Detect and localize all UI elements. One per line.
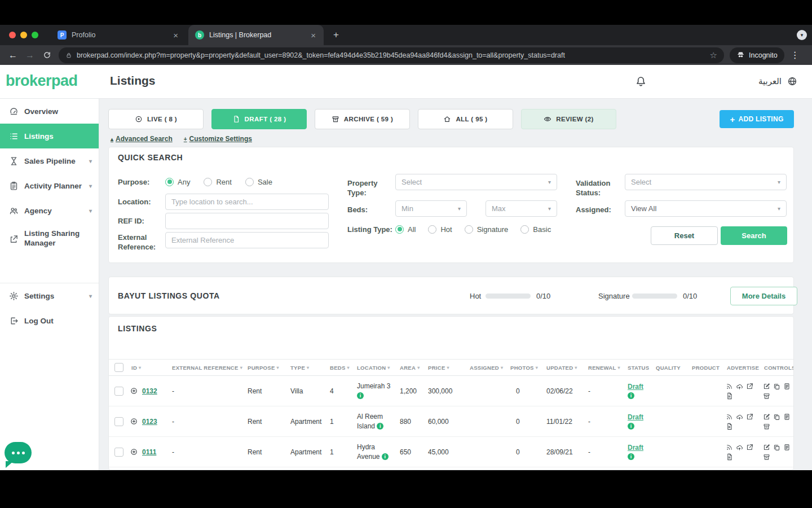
column-header-type[interactable]: TYPE▾ [288, 365, 328, 371]
column-header-photos[interactable]: PHOTOS▾ [508, 365, 544, 371]
back-button[interactable]: ← [5, 50, 21, 60]
sidebar-item-log-out[interactable]: Log Out [0, 308, 99, 333]
new-tab-button[interactable]: + [329, 28, 343, 42]
edit-icon[interactable] [763, 413, 770, 421]
radio-purpose-sale[interactable]: Sale [245, 178, 272, 186]
column-header-price[interactable]: PRICE▾ [426, 365, 467, 371]
column-header-advertise[interactable]: ADVERTISE [725, 365, 762, 371]
notifications-bell-icon[interactable] [635, 76, 647, 87]
close-tab-icon[interactable]: × [172, 30, 179, 40]
search-button[interactable]: Search [721, 226, 787, 245]
status-draft-link[interactable]: Draft [628, 444, 643, 452]
radio-listing-signature[interactable]: Signature [465, 225, 509, 234]
sidebar-item-overview[interactable]: Overview [0, 99, 99, 124]
notes-icon[interactable] [783, 413, 791, 421]
row-checkbox[interactable] [114, 387, 123, 396]
duplicate-icon[interactable] [773, 383, 780, 390]
expand-row-icon[interactable] [130, 418, 138, 425]
property-type-select[interactable]: Select ▾ [395, 174, 557, 190]
edit-icon[interactable] [763, 444, 770, 451]
cloud-upload-icon[interactable] [736, 444, 743, 451]
advanced-search-link[interactable]: ▴ Advanced Search [111, 135, 173, 143]
close-tab-icon[interactable]: × [310, 30, 317, 40]
sidebar-item-listings[interactable]: Listings [0, 124, 99, 148]
expand-row-icon[interactable] [130, 387, 138, 395]
location-info-icon[interactable] [382, 453, 389, 460]
tab-archive[interactable]: ARCHIVE ( 59 ) [315, 109, 410, 129]
tab-draft[interactable]: DRAFT ( 28 ) [211, 109, 307, 129]
listing-id-link[interactable]: 0132 [142, 387, 157, 395]
select-all-checkbox[interactable] [114, 363, 123, 372]
share-icon[interactable] [746, 444, 753, 451]
share-icon[interactable] [746, 383, 753, 390]
column-header-beds[interactable]: BEDS▾ [328, 365, 355, 371]
listing-id-link[interactable]: 0123 [142, 418, 157, 426]
status-info-icon[interactable] [628, 423, 634, 430]
notes-icon[interactable] [783, 444, 791, 451]
radio-listing-hot[interactable]: Hot [428, 225, 452, 234]
browser-tab-profolio[interactable]: P Profolio × [51, 25, 186, 45]
column-header-purpose[interactable]: PURPOSE▾ [245, 365, 288, 371]
archive-icon[interactable] [763, 423, 770, 430]
sidebar-item-settings[interactable]: Settings ▾ [0, 283, 99, 308]
radio-purpose-any[interactable]: Any [165, 178, 190, 186]
column-header-controls[interactable]: CONTROLS [762, 365, 794, 371]
status-info-icon[interactable] [628, 453, 634, 460]
status-draft-link[interactable]: Draft [628, 383, 643, 391]
tab-search-button[interactable]: ▾ [797, 30, 807, 40]
archive-icon[interactable] [763, 453, 770, 461]
beds-max-select[interactable]: Max ▾ [486, 200, 557, 217]
radio-listing-all[interactable]: All [395, 225, 416, 234]
radio-purpose-rent[interactable]: Rent [204, 178, 231, 186]
external-reference-input[interactable] [165, 232, 329, 248]
validation-status-select[interactable]: Select ▾ [625, 174, 787, 190]
column-header-area[interactable]: AREA▾ [398, 365, 426, 371]
column-header-updated[interactable]: UPDATED▾ [544, 365, 586, 371]
forward-button[interactable]: → [21, 50, 38, 60]
browser-tab-listings[interactable]: b Listings | Brokerpad × [188, 25, 324, 45]
maximize-window-button[interactable] [32, 32, 38, 38]
bookmark-star-icon[interactable]: ☆ [710, 50, 717, 60]
add-listing-button[interactable]: + ADD LISTING [720, 110, 794, 128]
location-info-icon[interactable] [357, 392, 364, 399]
column-header-product[interactable]: PRODUCT [690, 365, 725, 371]
feed-icon[interactable] [726, 413, 733, 421]
column-header-id[interactable]: ID▾ [129, 365, 170, 371]
column-header-quality[interactable]: QUALITY [654, 365, 690, 371]
share-icon[interactable] [746, 413, 753, 421]
reset-button[interactable]: Reset [651, 226, 718, 245]
assigned-select[interactable]: View All ▾ [625, 200, 787, 217]
chat-widget-button[interactable] [5, 442, 32, 463]
sidebar-item-listing-sharing-manager[interactable]: Listing Sharing Manager [0, 223, 99, 255]
reload-button[interactable] [38, 51, 55, 59]
column-header-renewal[interactable]: RENEWAL▾ [586, 365, 625, 371]
location-input[interactable] [165, 194, 329, 210]
feed-icon[interactable] [726, 383, 733, 390]
row-checkbox[interactable] [114, 417, 123, 426]
listing-id-link[interactable]: 0111 [142, 448, 156, 456]
pdf-icon[interactable] [726, 392, 733, 400]
column-header-location[interactable]: LOCATION▾ [355, 365, 398, 371]
notes-icon[interactable] [783, 383, 791, 390]
column-header-assigned[interactable]: ASSIGNED▾ [467, 365, 508, 371]
sidebar-item-sales-pipeline[interactable]: Sales Pipeline ▾ [0, 148, 99, 173]
sidebar-item-activity-planner[interactable]: Activity Planner ▾ [0, 173, 99, 198]
column-header-status[interactable]: STATUS [625, 365, 654, 371]
pdf-icon[interactable] [726, 423, 733, 430]
pdf-icon[interactable] [726, 453, 733, 461]
language-globe-icon[interactable] [787, 76, 797, 86]
feed-icon[interactable] [726, 444, 733, 451]
duplicate-icon[interactable] [773, 413, 780, 421]
expand-row-icon[interactable] [130, 448, 138, 456]
beds-min-select[interactable]: Min ▾ [395, 200, 467, 217]
tab-all[interactable]: ALL ( 95 ) [418, 109, 513, 129]
ref-id-input[interactable] [165, 213, 329, 229]
language-toggle[interactable]: العربية [758, 76, 782, 86]
edit-icon[interactable] [763, 383, 770, 390]
radio-listing-basic[interactable]: Basic [520, 225, 551, 234]
tab-live[interactable]: LIVE ( 8 ) [108, 109, 204, 129]
url-bar[interactable]: brokerpad.com/index.php?m=property&p=pro… [59, 47, 724, 63]
cloud-upload-icon[interactable] [736, 413, 743, 421]
row-checkbox[interactable] [114, 448, 123, 457]
sidebar-item-agency[interactable]: Agency ▾ [0, 198, 99, 223]
